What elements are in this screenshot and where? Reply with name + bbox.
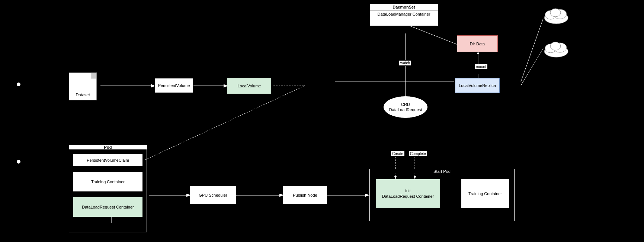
crd-ellipse: CRD DataLoadRequest bbox=[383, 96, 428, 118]
bullet-top bbox=[17, 83, 20, 86]
training-container-box: Training Container bbox=[73, 171, 143, 192]
persistentvolumeclaim-box: PersistentVolumeClaim bbox=[73, 154, 143, 167]
watch-label: watch bbox=[399, 60, 411, 66]
training-container2-label: Training Container bbox=[468, 191, 502, 196]
svg-line-14 bbox=[145, 85, 305, 160]
mount-label: mount bbox=[474, 64, 488, 70]
dataset-label: Dataset bbox=[69, 93, 96, 97]
svg-point-25 bbox=[550, 42, 561, 50]
localvolume-box: LocalVolume bbox=[227, 77, 272, 94]
persistentvolume-label: PersistentVolume bbox=[158, 83, 190, 88]
training-container-label: Training Container bbox=[91, 180, 125, 184]
pod-title: Pod bbox=[69, 145, 147, 150]
gpu-scheduler-label: GPU Scheduler bbox=[199, 193, 227, 197]
p2p-label-2: P2P bbox=[541, 52, 571, 57]
dataset-icon: Dataset bbox=[69, 72, 97, 100]
svg-line-16 bbox=[521, 19, 543, 82]
init-container-box: init DataLoadRequest Container bbox=[375, 179, 440, 209]
pvc-label: PersistentVolumeClaim bbox=[87, 158, 129, 162]
create-label: Create bbox=[391, 151, 405, 157]
persistentvolume-box: PersistentVolume bbox=[154, 78, 193, 93]
daemonset-container: DaemonSet DataLoadManager Container bbox=[369, 4, 438, 26]
svg-line-17 bbox=[521, 48, 543, 85]
publish-node-box: Publish Node bbox=[283, 186, 327, 204]
localvolume-label: LocalVolume bbox=[238, 84, 261, 88]
dataloadmanager-label: DataLoadManager Container bbox=[370, 10, 438, 18]
dlr-container-label: DataLoadRequest Container bbox=[82, 205, 134, 209]
init-label: init DataLoadRequest Container bbox=[382, 188, 434, 200]
complete-label: Complete bbox=[408, 151, 427, 157]
training-container2-box: Training Container bbox=[461, 179, 509, 209]
svg-point-21 bbox=[550, 9, 561, 17]
publish-node-label: Publish Node bbox=[293, 193, 317, 197]
bullet-bottom bbox=[17, 160, 20, 164]
dir-data-label: Dir Data bbox=[470, 42, 485, 46]
localvolumereplica-label: LocalVolumeReplica bbox=[459, 83, 496, 88]
p2p-label-1: P2P bbox=[541, 19, 571, 23]
dir-data-box: Dir Data bbox=[457, 35, 498, 52]
p2p-cloud-1: P2P bbox=[541, 4, 571, 24]
start-pod-label: Start Pod bbox=[370, 169, 514, 174]
crd-label: CRD DataLoadRequest bbox=[389, 102, 422, 113]
localvolumereplica-box: LocalVolumeReplica bbox=[455, 78, 500, 93]
pod-container: Pod PersistentVolumeClaim Training Conta… bbox=[69, 145, 147, 232]
start-pod-container: Start Pod init DataLoadRequest Container… bbox=[369, 169, 515, 221]
gpu-scheduler-box: GPU Scheduler bbox=[190, 186, 236, 204]
p2p-cloud-2: P2P bbox=[541, 37, 571, 58]
daemonset-title: DaemonSet bbox=[370, 4, 438, 10]
dataloadrequest-container-box: DataLoadRequest Container bbox=[73, 197, 143, 217]
diagram: Dataset PersistentVolume LocalVolume Dae… bbox=[0, 0, 644, 242]
svg-line-5 bbox=[406, 24, 458, 45]
